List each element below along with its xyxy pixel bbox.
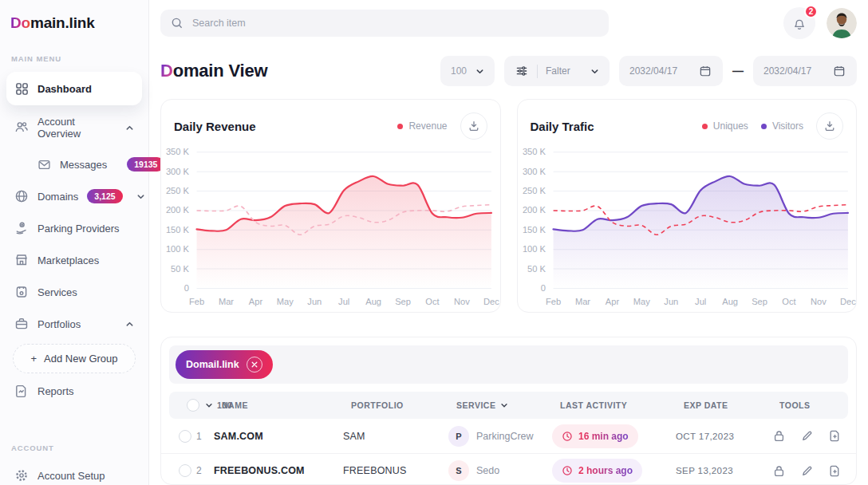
service-cell: S Sedo	[448, 460, 552, 481]
column-tools[interactable]: TOOLS	[779, 400, 848, 410]
svg-text:0: 0	[184, 283, 189, 293]
download-button[interactable]	[460, 112, 487, 140]
chevron-up-icon[interactable]	[125, 124, 134, 132]
filter-tag-label: Domail.link	[186, 359, 239, 370]
svg-text:Jul: Jul	[695, 298, 706, 307]
activity-text: 2 hours ago	[578, 465, 633, 476]
date-from-picker[interactable]: 2032/04/17	[619, 56, 723, 86]
svg-text:Apr: Apr	[249, 298, 263, 307]
svg-text:Nov: Nov	[811, 298, 827, 307]
storefront-icon	[14, 253, 29, 267]
svg-text:200 K: 200 K	[522, 206, 546, 215]
add-new-group-button[interactable]: + Add New Group	[13, 344, 136, 373]
sidebar-item-account-setup[interactable]: Account Setup	[6, 461, 142, 485]
exp-date: OCT 17,2023	[676, 432, 771, 441]
svg-text:350 K: 350 K	[522, 148, 546, 157]
search-box[interactable]	[160, 10, 609, 37]
svg-text:Apr: Apr	[605, 298, 619, 307]
svg-text:Feb: Feb	[189, 298, 204, 307]
svg-text:Mar: Mar	[574, 298, 590, 307]
hand-coin-icon	[14, 221, 29, 235]
chevron-up-icon[interactable]	[125, 320, 134, 329]
edit-pencil-icon[interactable]	[799, 463, 814, 478]
report-doc-icon	[14, 384, 29, 398]
service-name: Sedo	[476, 465, 499, 476]
domains-badge: 3,125	[87, 189, 122, 203]
search-input[interactable]	[192, 18, 599, 29]
column-last-activity[interactable]: LAST ACTIVITY	[560, 400, 684, 410]
file-export-icon[interactable]	[855, 463, 857, 478]
bell-icon	[792, 16, 807, 30]
file-plus-icon[interactable]	[827, 429, 842, 444]
activity-pill: 2 hours ago	[552, 459, 642, 483]
dashboard-icon	[14, 81, 29, 96]
svg-text:0: 0	[540, 283, 545, 293]
svg-text:100 K: 100 K	[166, 245, 190, 254]
search-icon	[170, 16, 184, 30]
date-from-value: 2032/04/17	[629, 65, 677, 77]
svg-text:Nov: Nov	[454, 298, 470, 307]
table-row[interactable]: 1 SAM.COM SAM P ParkingCrew 16 min ago O…	[161, 419, 856, 453]
main-area: 2 Domain View 100 Falter 2032/04/17 —	[149, 0, 868, 485]
file-plus-icon[interactable]	[827, 463, 842, 478]
row-checkbox[interactable]	[179, 430, 191, 443]
sidebar-item-label: Account Overview	[37, 116, 116, 140]
column-name[interactable]: NAME	[222, 400, 351, 410]
svg-text:Aug: Aug	[722, 298, 738, 307]
select-all-checkbox[interactable]	[187, 399, 199, 412]
column-exp-date[interactable]: EXP DATE	[684, 400, 779, 410]
table-row[interactable]: 2 FREEBONUS.COM FREEBONUS S Sedo 2 hours…	[161, 453, 856, 485]
sidebar-item-label: Services	[37, 286, 77, 298]
edit-pencil-icon[interactable]	[799, 429, 814, 444]
clock-icon	[562, 463, 573, 478]
lock-icon[interactable]	[771, 463, 786, 478]
lock-icon[interactable]	[771, 429, 786, 444]
chevron-down-icon	[590, 64, 599, 78]
download-button[interactable]	[816, 112, 843, 140]
close-icon[interactable]	[247, 357, 262, 373]
column-portfolio[interactable]: PORTFOLIO	[351, 400, 456, 410]
sidebar-item-account-overview[interactable]: Account Overview	[6, 108, 142, 147]
sidebar-item-reports[interactable]: Reports	[6, 377, 142, 405]
sidebar: Domain.link MAIN MENU Dashboard Account …	[0, 0, 149, 485]
domain-name: FREEBONUS.COM	[214, 465, 343, 476]
svg-text:Aug: Aug	[365, 298, 381, 307]
page-controls: 100 Falter 2032/04/17 — 2032/04/17	[440, 56, 857, 86]
sidebar-item-marketplaces[interactable]: Marketplaces	[6, 246, 142, 274]
sidebar-item-messages[interactable]: Messages 19135	[6, 150, 142, 179]
sidebar-item-dashboard[interactable]: Dashboard	[6, 72, 142, 105]
users-icon	[14, 120, 29, 135]
filter-tag[interactable]: Domail.link	[176, 350, 273, 379]
row-checkbox[interactable]	[179, 464, 191, 477]
sidebar-item-parking-providers[interactable]: Parking Providers	[6, 214, 142, 242]
activity-pill: 16 min ago	[552, 424, 638, 448]
legend-item: Revenue	[397, 120, 447, 132]
divider	[537, 65, 538, 78]
page-size-select[interactable]: 100	[440, 56, 495, 86]
activity-text: 16 min ago	[578, 431, 629, 442]
column-service[interactable]: SERVICE	[456, 398, 560, 412]
sidebar-item-label: Marketplaces	[37, 254, 99, 266]
date-to-picker[interactable]: 2032/04/17	[753, 56, 857, 86]
svg-text:Dec: Dec	[483, 298, 499, 307]
svg-text:250 K: 250 K	[166, 186, 190, 195]
sidebar-item-services[interactable]: Services	[6, 278, 142, 306]
service-cell: P ParkingCrew	[448, 426, 552, 447]
file-export-icon[interactable]	[855, 429, 857, 444]
table-page-size[interactable]: 100	[204, 398, 222, 412]
main-menu-label: MAIN MENU	[0, 32, 148, 70]
page-title: Domain View	[160, 61, 267, 81]
chevron-down-icon	[499, 398, 508, 412]
service-initial-badge: S	[448, 460, 469, 481]
notification-bell-wrap: 2	[783, 7, 815, 39]
sidebar-item-domains[interactable]: Domains 3,125	[6, 182, 142, 211]
chevron-down-icon[interactable]	[136, 192, 145, 201]
svg-text:Sep: Sep	[395, 298, 411, 307]
svg-text:Jul: Jul	[338, 298, 349, 307]
logo-accent: Do	[10, 14, 30, 31]
avatar[interactable]	[827, 8, 857, 38]
filter-dropdown[interactable]: Falter	[504, 56, 610, 86]
svg-text:150 K: 150 K	[522, 225, 546, 235]
sidebar-item-portfolios[interactable]: Portfolios	[6, 310, 142, 338]
domain-name: SAM.COM	[214, 431, 343, 442]
